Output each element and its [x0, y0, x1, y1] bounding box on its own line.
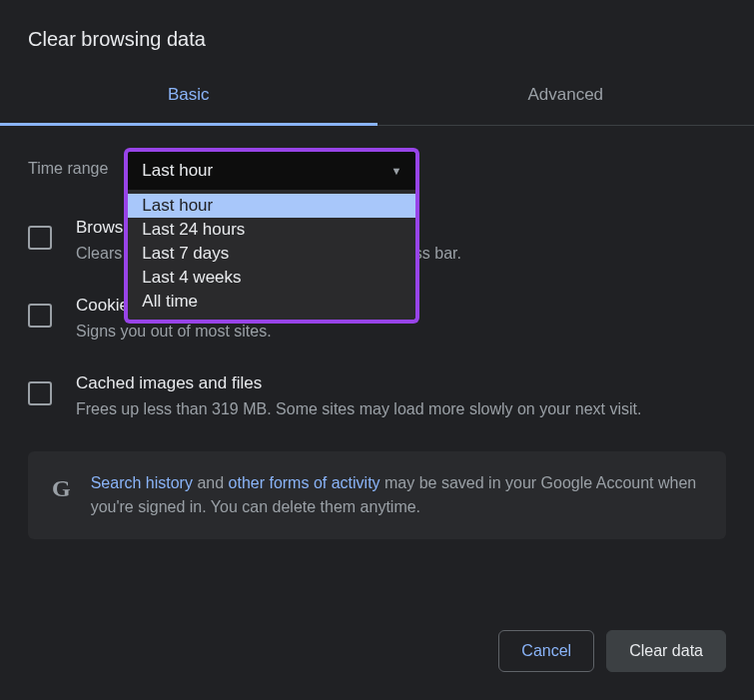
cookies-checkbox[interactable]	[28, 304, 52, 328]
option-last-24-hours[interactable]: Last 24 hours	[128, 218, 415, 242]
time-range-dropdown: Last hour Last 24 hours Last 7 days Last…	[124, 190, 419, 324]
option-all-time[interactable]: All time	[128, 290, 415, 314]
cached-row: Cached images and files Frees up less th…	[28, 373, 726, 421]
time-range-label: Time range	[28, 160, 108, 178]
google-account-info: G Search history and other forms of acti…	[28, 451, 726, 539]
option-last-hour[interactable]: Last hour	[128, 194, 415, 218]
option-last-4-weeks[interactable]: Last 4 weeks	[128, 266, 415, 290]
tabs: Basic Advanced	[0, 67, 754, 126]
cached-title: Cached images and files	[76, 373, 726, 393]
tab-advanced[interactable]: Advanced	[377, 67, 755, 125]
google-icon: G	[52, 475, 71, 502]
time-range-row: Time range Last hour ▼ Last hour Last 24…	[28, 148, 726, 190]
info-text: Search history and other forms of activi…	[91, 471, 702, 519]
clear-browsing-data-dialog: Clear browsing data Basic Advanced Time …	[0, 0, 754, 539]
browsing-history-checkbox[interactable]	[28, 226, 52, 250]
cached-text: Cached images and files Frees up less th…	[76, 373, 726, 421]
time-range-selected-value: Last hour	[142, 161, 213, 181]
time-range-select[interactable]: Last hour ▼	[124, 148, 419, 190]
clear-data-button[interactable]: Clear data	[606, 630, 726, 672]
dialog-content: Time range Last hour ▼ Last hour Last 24…	[0, 126, 754, 539]
dialog-actions: Cancel Clear data	[0, 630, 754, 700]
other-activity-link[interactable]: other forms of activity	[229, 474, 380, 491]
tab-basic[interactable]: Basic	[0, 67, 377, 126]
dialog-title: Clear browsing data	[0, 0, 754, 67]
option-last-7-days[interactable]: Last 7 days	[128, 242, 415, 266]
cached-checkbox[interactable]	[28, 381, 52, 405]
chevron-down-icon: ▼	[390, 165, 401, 177]
search-history-link[interactable]: Search history	[91, 474, 193, 491]
time-range-dropdown-wrapper: Last hour ▼ Last hour Last 24 hours Last…	[124, 148, 419, 190]
info-and: and	[193, 474, 229, 491]
cached-desc: Frees up less than 319 MB. Some sites ma…	[76, 397, 726, 421]
cancel-button[interactable]: Cancel	[498, 630, 594, 672]
